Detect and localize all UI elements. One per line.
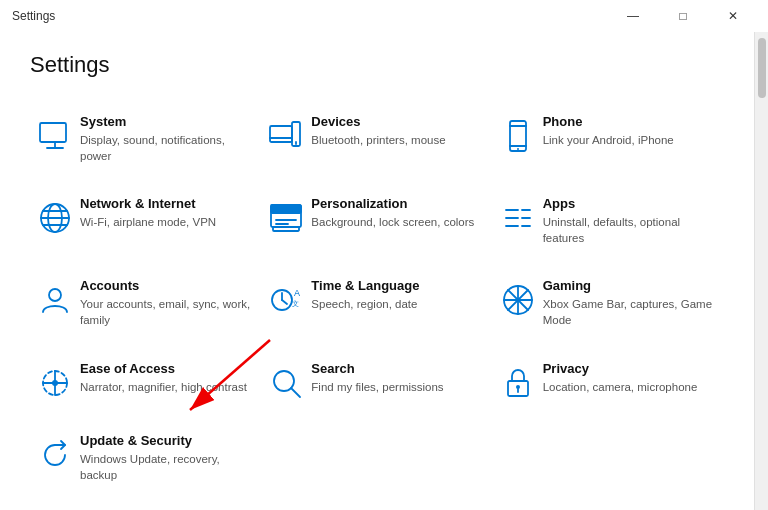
settings-window: Settings — □ ✕ Settings	[0, 0, 768, 510]
time-icon: A 文	[261, 278, 311, 318]
settings-item-system[interactable]: System Display, sound, notifications, po…	[30, 98, 261, 180]
apps-text: Apps Uninstall, defaults, optional featu…	[543, 196, 714, 246]
svg-rect-20	[273, 227, 299, 231]
system-name: System	[80, 114, 251, 129]
devices-desc: Bluetooth, printers, mouse	[311, 132, 482, 148]
svg-text:A: A	[294, 288, 300, 298]
update-text: Update & Security Windows Update, recove…	[80, 433, 251, 483]
accounts-text: Accounts Your accounts, email, sync, wor…	[80, 278, 251, 328]
phone-name: Phone	[543, 114, 714, 129]
network-name: Network & Internet	[80, 196, 251, 211]
svg-point-27	[49, 289, 61, 301]
settings-item-privacy[interactable]: Privacy Location, camera, microphone	[493, 345, 724, 417]
gaming-text: Gaming Xbox Game Bar, captures, Game Mod…	[543, 278, 714, 328]
personalization-name: Personalization	[311, 196, 482, 211]
settings-item-network[interactable]: Network & Internet Wi-Fi, airplane mode,…	[30, 180, 261, 262]
system-text: System Display, sound, notifications, po…	[80, 114, 251, 164]
accounts-desc: Your accounts, email, sync, work, family	[80, 296, 251, 328]
network-text: Network & Internet Wi-Fi, airplane mode,…	[80, 196, 251, 230]
update-desc: Windows Update, recovery, backup	[80, 451, 251, 483]
accounts-name: Accounts	[80, 278, 251, 293]
privacy-desc: Location, camera, microphone	[543, 379, 714, 395]
gaming-name: Gaming	[543, 278, 714, 293]
devices-text: Devices Bluetooth, printers, mouse	[311, 114, 482, 148]
personalization-desc: Background, lock screen, colors	[311, 214, 482, 230]
personalization-icon	[261, 196, 311, 236]
update-icon	[30, 433, 80, 473]
network-icon	[30, 196, 80, 236]
system-desc: Display, sound, notifications, power	[80, 132, 251, 164]
update-name: Update & Security	[80, 433, 251, 448]
settings-item-gaming[interactable]: Gaming Xbox Game Bar, captures, Game Mod…	[493, 262, 724, 344]
settings-item-ease[interactable]: Ease of Access Narrator, magnifier, high…	[30, 345, 261, 417]
svg-rect-17	[271, 205, 301, 213]
ease-name: Ease of Access	[80, 361, 251, 376]
main-wrapper: Settings System Display, sound, notifica…	[0, 32, 768, 510]
page-title: Settings	[30, 52, 724, 78]
settings-item-update[interactable]: Update & Security Windows Update, recove…	[30, 417, 261, 499]
privacy-name: Privacy	[543, 361, 714, 376]
svg-text:文: 文	[292, 300, 299, 307]
phone-text: Phone Link your Android, iPhone	[543, 114, 714, 148]
apps-icon	[493, 196, 543, 236]
search-desc: Find my files, permissions	[311, 379, 482, 395]
accounts-icon	[30, 278, 80, 318]
settings-item-time[interactable]: A 文 Time & Language Speech, region, date	[261, 262, 492, 344]
phone-desc: Link your Android, iPhone	[543, 132, 714, 148]
time-desc: Speech, region, date	[311, 296, 482, 312]
gaming-icon	[493, 278, 543, 318]
settings-item-personalization[interactable]: Personalization Background, lock screen,…	[261, 180, 492, 262]
ease-icon	[30, 361, 80, 401]
close-button[interactable]: ✕	[710, 0, 756, 32]
apps-name: Apps	[543, 196, 714, 211]
time-name: Time & Language	[311, 278, 482, 293]
svg-rect-0	[40, 123, 66, 142]
svg-line-30	[282, 300, 287, 304]
phone-icon	[493, 114, 543, 154]
settings-item-accounts[interactable]: Accounts Your accounts, email, sync, wor…	[30, 262, 261, 344]
window-controls: — □ ✕	[610, 0, 756, 32]
settings-item-apps[interactable]: Apps Uninstall, defaults, optional featu…	[493, 180, 724, 262]
window-title: Settings	[12, 9, 610, 23]
network-desc: Wi-Fi, airplane mode, VPN	[80, 214, 251, 230]
maximize-button[interactable]: □	[660, 0, 706, 32]
svg-line-43	[291, 388, 300, 397]
time-text: Time & Language Speech, region, date	[311, 278, 482, 312]
minimize-button[interactable]: —	[610, 0, 656, 32]
scrollbar-thumb[interactable]	[758, 38, 766, 98]
devices-icon	[261, 114, 311, 154]
system-icon	[30, 114, 80, 154]
settings-grid: System Display, sound, notifications, po…	[30, 98, 724, 499]
settings-item-search[interactable]: Search Find my files, permissions	[261, 345, 492, 417]
title-bar: Settings — □ ✕	[0, 0, 768, 32]
search-name: Search	[311, 361, 482, 376]
svg-point-10	[517, 148, 519, 150]
main-content: Settings System Display, sound, notifica…	[0, 32, 754, 510]
apps-desc: Uninstall, defaults, optional features	[543, 214, 714, 246]
gaming-desc: Xbox Game Bar, captures, Game Mode	[543, 296, 714, 328]
settings-item-phone[interactable]: Phone Link your Android, iPhone	[493, 98, 724, 180]
search-text: Search Find my files, permissions	[311, 361, 482, 395]
svg-rect-3	[270, 126, 292, 142]
devices-name: Devices	[311, 114, 482, 129]
search-icon	[261, 361, 311, 401]
settings-item-devices[interactable]: Devices Bluetooth, printers, mouse	[261, 98, 492, 180]
svg-point-41	[52, 380, 58, 386]
scrollbar[interactable]	[754, 32, 768, 510]
privacy-icon	[493, 361, 543, 401]
ease-desc: Narrator, magnifier, high contrast	[80, 379, 251, 395]
privacy-text: Privacy Location, camera, microphone	[543, 361, 714, 395]
personalization-text: Personalization Background, lock screen,…	[311, 196, 482, 230]
ease-text: Ease of Access Narrator, magnifier, high…	[80, 361, 251, 395]
